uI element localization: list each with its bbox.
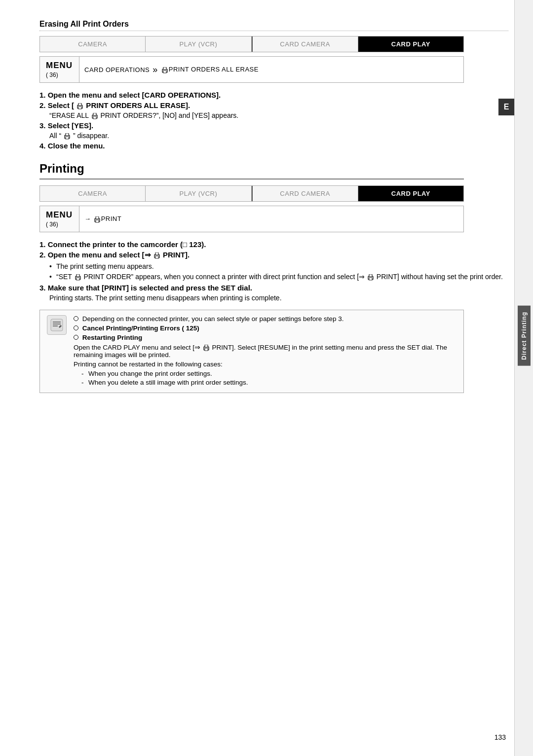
section1-menu-row: MENU ( 36) CARD OPERATIONS » PRINT ORDER…	[39, 56, 464, 83]
svg-rect-7	[93, 113, 96, 115]
section1-mode-tabs: CAMERA PLAY (VCR) CARD CAMERA CARD PLAY	[39, 36, 464, 52]
svg-rect-2	[163, 71, 166, 73]
tab-camera-1[interactable]: CAMERA	[40, 36, 146, 52]
step2-1-text: 1. Connect the printer to the camcorder …	[39, 240, 206, 249]
tab-card-camera-1[interactable]: CARD CAMERA	[252, 36, 358, 52]
note-box: Depending on the connected printer, you …	[39, 310, 464, 393]
print-icon-7	[75, 274, 81, 281]
step1-2-sub: “ERASE ALL PRINT ORDERS?”, [NO] and [YES…	[39, 111, 508, 119]
svg-rect-14	[96, 220, 99, 222]
svg-rect-10	[66, 133, 69, 136]
note-content: Depending on the connected printer, you …	[74, 315, 457, 388]
svg-rect-23	[369, 278, 372, 280]
print-icon-9	[203, 345, 210, 351]
menu-content-2: → PRINT	[79, 206, 463, 232]
step1-2: 2. Select [ PRINT ORDERS ALL ERASE].	[39, 101, 508, 109]
tab-play-vcr-1[interactable]: PLAY (VCR)	[146, 36, 251, 52]
page-number: 133	[495, 733, 506, 741]
menu-content-1: CARD OPERATIONS » PRINT ORDERS ALL ERASE	[79, 57, 463, 82]
page-container: Erasing All Print Orders CAMERA PLAY (VC…	[25, 0, 508, 421]
print-icon-3	[91, 113, 98, 119]
note-text-1: Depending on the connected printer, you …	[82, 315, 344, 323]
svg-rect-24	[51, 319, 63, 331]
tab-card-play-2[interactable]: CARD PLAY	[358, 186, 463, 201]
note-cancel-bold: Cancel Printing/Printing Errors ( 125)	[82, 324, 199, 332]
step1-2-text: 2. Select [ PRINT ORDERS ALL ERASE].	[39, 101, 190, 109]
svg-rect-11	[66, 137, 69, 139]
print-icon-4	[64, 133, 71, 140]
step1-4: 4. Close the menu.	[39, 142, 508, 150]
print-icon-8	[367, 274, 374, 281]
menu-word-1: MENU	[46, 61, 73, 71]
dash-list: When you change the print order settings…	[74, 370, 457, 386]
print-icon-1	[161, 67, 168, 73]
note-line-1: Depending on the connected printer, you …	[74, 315, 457, 323]
note-line-2: Cancel Printing/Printing Errors ( 125)	[74, 324, 457, 332]
tab-card-play-1[interactable]: CARD PLAY	[358, 36, 463, 52]
note-restart-bold: Restarting Printing	[82, 334, 143, 341]
step1-4-text: 4. Close the menu.	[39, 142, 105, 150]
note-icon	[47, 315, 67, 335]
step2-2: 2. Open the menu and select [⇒ PRINT].	[39, 251, 508, 259]
note-cannot-text: Printing cannot be restarted in the foll…	[74, 360, 457, 368]
step2-2-bullets: The print setting menu appears. “SET PRI…	[49, 262, 508, 281]
svg-rect-30	[205, 345, 208, 347]
dash-item-1: When you change the print order settings…	[81, 370, 457, 377]
svg-rect-17	[155, 256, 158, 258]
tab-camera-2[interactable]: CAMERA	[40, 186, 146, 201]
note-pencil-icon	[50, 318, 64, 332]
step2-2-text: 2. Open the menu and select [⇒ PRINT].	[39, 251, 190, 259]
bullet-item-2: “SET PRINT ORDER” appears, when you conn…	[49, 273, 508, 281]
step2-3-sub: Printing starts. The print setting menu …	[39, 294, 508, 302]
step1-3-sub: All “ ” disappear.	[39, 132, 508, 140]
svg-rect-16	[155, 252, 158, 255]
svg-rect-5	[78, 107, 81, 109]
step1-1-text: 1. Open the menu and select [CARD OPERAT…	[39, 91, 221, 99]
svg-rect-1	[163, 67, 166, 70]
section2-heading: Printing	[39, 162, 464, 180]
circle-icon-2	[74, 325, 78, 330]
menu-arrow-1: »	[152, 65, 158, 75]
step2-3: 3. Make sure that [PRINT] is selected an…	[39, 284, 508, 292]
menu-card-operations: CARD OPERATIONS	[84, 66, 150, 73]
svg-rect-13	[96, 216, 99, 219]
tab-card-camera-2[interactable]: CARD CAMERA	[252, 186, 358, 201]
bullet-item-1: The print setting menu appears.	[49, 262, 508, 270]
section2-menu-row: MENU ( 36) → PRINT	[39, 206, 464, 232]
print-icon-5	[94, 216, 101, 223]
tab-play-vcr-2[interactable]: PLAY (VCR)	[146, 186, 251, 201]
section1-heading: Erasing All Print Orders	[39, 20, 508, 31]
svg-rect-22	[369, 274, 372, 277]
menu-label-2: MENU ( 36)	[40, 206, 79, 232]
svg-rect-8	[93, 116, 96, 119]
menu-label-1: MENU ( 36)	[40, 57, 79, 82]
circle-icon-1	[74, 316, 78, 321]
step2-1: 1. Connect the printer to the camcorder …	[39, 240, 508, 249]
svg-rect-31	[205, 348, 208, 351]
step1-1: 1. Open the menu and select [CARD OPERAT…	[39, 91, 508, 99]
right-sidebar: Direct Printing	[514, 0, 533, 756]
menu-ref-1: ( 36)	[46, 72, 58, 78]
menu-word-2: MENU	[46, 210, 73, 220]
print-icon-6	[153, 252, 160, 259]
circle-icon-3	[74, 335, 78, 340]
step1-3: 3. Select [YES].	[39, 121, 508, 130]
svg-rect-20	[76, 278, 79, 280]
e-tab: E	[498, 99, 514, 115]
note-line-3: Restarting Printing	[74, 334, 457, 341]
svg-rect-4	[78, 103, 81, 106]
section2-steps: 1. Connect the printer to the camcorder …	[39, 240, 508, 302]
sidebar-label: Direct Printing	[518, 306, 531, 366]
menu-print-arrow: → PRINT	[84, 215, 121, 222]
menu-ref-2: ( 36)	[46, 221, 58, 228]
step1-3-text: 3. Select [YES].	[39, 121, 93, 130]
step2-3-text: 3. Make sure that [PRINT] is selected an…	[39, 284, 252, 292]
note-restart-text: Open the CARD PLAY menu and select [⇒ PR…	[74, 343, 457, 359]
menu-print-orders: PRINT ORDERS ALL ERASE	[161, 66, 259, 73]
svg-rect-19	[76, 274, 79, 277]
dash-item-2: When you delete a still image with print…	[81, 379, 457, 386]
section1-steps: 1. Open the menu and select [CARD OPERAT…	[39, 91, 508, 150]
section2-mode-tabs: CAMERA PLAY (VCR) CARD CAMERA CARD PLAY	[39, 185, 464, 202]
print-icon-2	[76, 103, 83, 109]
